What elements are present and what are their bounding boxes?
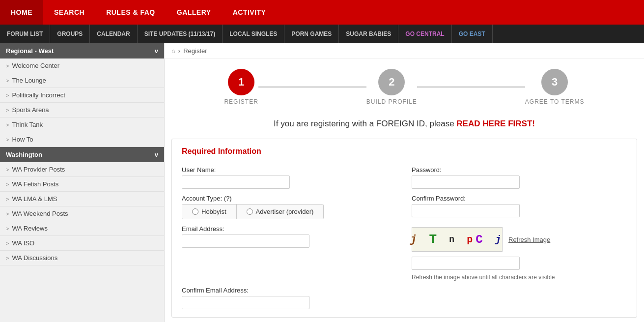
captcha-hint: Refresh the image above until all charac… [412, 274, 627, 281]
sidebar-item-wa-reviews[interactable]: > WA Reviews [0, 221, 164, 236]
confirm-password-label: Confirm Password: [412, 195, 627, 202]
nav-groups[interactable]: GROUPS [50, 25, 90, 43]
sidebar-section-regional-west[interactable]: Regional - West v [0, 43, 164, 59]
wizard-label-1: REGISTER [224, 98, 258, 105]
sidebar-item-wa-fetish-posts[interactable]: > WA Fetish Posts [0, 177, 164, 192]
bullet-icon: > [6, 78, 9, 84]
sidebar-link-how-to[interactable]: How To [12, 136, 33, 143]
confirm-password-input[interactable] [412, 204, 520, 217]
wizard-circle-3: 3 [541, 69, 568, 95]
foreign-notice-link[interactable]: READ HERE FIRST! [456, 119, 535, 128]
wizard-line-2 [417, 86, 525, 88]
bullet-icon: > [6, 226, 9, 232]
sidebar-link-the-lounge[interactable]: The Lounge [12, 77, 46, 84]
captcha-char-n: n [449, 234, 457, 244]
bullet-icon: > [6, 255, 9, 261]
account-type-label: Account Type: (?) [182, 195, 397, 202]
confirm-email-input[interactable] [182, 296, 309, 309]
form-section-title: Required Information [182, 147, 627, 160]
sidebar-item-think-tank[interactable]: > Think Tank [0, 117, 164, 132]
nav-go-central[interactable]: GO CENTRAL [398, 25, 451, 43]
captcha-char-T: T [429, 232, 440, 247]
sidebar-link-sports-arena[interactable]: Sports Arena [12, 106, 49, 114]
password-input[interactable] [412, 176, 520, 189]
nav-porn-games[interactable]: PORN GAMES [284, 25, 339, 43]
wizard-circle-1: 1 [228, 69, 254, 95]
collapse-icon: v [155, 151, 158, 158]
captcha-image: j T n pC j [412, 227, 503, 252]
nav-activity[interactable]: ACTIVITY [222, 0, 277, 25]
captcha-input[interactable] [412, 257, 520, 270]
nav-rules-faq[interactable]: RULES & FAQ [95, 0, 166, 25]
bullet-icon: > [6, 137, 9, 143]
sidebar-link-think-tank[interactable]: Think Tank [12, 121, 43, 128]
bullet-icon: > [6, 122, 9, 128]
bullet-icon: > [6, 211, 9, 217]
username-group: User Name: [182, 166, 397, 189]
captcha-char-j: j [410, 234, 420, 246]
nav-site-updates[interactable]: SITE UPDATES (11/13/17) [138, 25, 223, 43]
sidebar-item-how-to[interactable]: > How To [0, 132, 164, 147]
wizard-line-1 [258, 86, 366, 88]
nav-calendar[interactable]: CALENDAR [90, 25, 137, 43]
advertiser-option[interactable]: Advertiser (provider) [237, 205, 324, 219]
home-icon[interactable]: ⌂ [171, 47, 175, 55]
breadcrumb-separator: › [178, 47, 180, 55]
wizard-step-3: 3 AGREE TO TERMS [525, 69, 585, 105]
bullet-icon: > [6, 92, 9, 98]
nav-sugar-babies[interactable]: SUGAR BABIES [339, 25, 398, 43]
sidebar-item-welcome-center[interactable]: > Welcome Center [0, 59, 164, 73]
captcha-char-C: C [476, 233, 485, 246]
sidebar-link-wa-fetish-posts[interactable]: WA Fetish Posts [12, 180, 58, 188]
nav-forum-list[interactable]: FORUM LIST [0, 25, 50, 43]
sidebar-item-wa-weekend-posts[interactable]: > WA Weekend Posts [0, 206, 164, 221]
sidebar-item-wa-iso[interactable]: > WA ISO [0, 236, 164, 251]
hobbyist-radio[interactable] [192, 208, 198, 215]
captcha-row: j T n pC j Refresh Image [412, 227, 627, 252]
hobbyist-option[interactable]: Hobbyist [182, 205, 237, 219]
nav-go-east[interactable]: GO EAST [452, 25, 493, 43]
account-type-group: Account Type: (?) Hobbyist Advertiser (p… [182, 195, 397, 219]
top-nav: HOME SEARCH RULES & FAQ GALLERY ACTIVITY [0, 0, 644, 25]
sidebar-section-washington[interactable]: Washington v [0, 147, 164, 162]
wizard-bar: 1 REGISTER 2 BUILD PROFILE 3 AGREE TO TE… [165, 59, 644, 110]
nav-search[interactable]: SEARCH [43, 0, 95, 25]
username-input[interactable] [182, 176, 290, 189]
sidebar-item-the-lounge[interactable]: > The Lounge [0, 73, 164, 88]
foreign-notice-text: If you are registering with a FOREIGN ID… [274, 119, 454, 128]
sidebar-link-politically-incorrect[interactable]: Politically Incorrect [12, 91, 65, 99]
email-group: Email Address: [182, 225, 397, 281]
sidebar-item-wa-discussions[interactable]: > WA Discussions [0, 251, 164, 265]
sidebar-item-sports-arena[interactable]: > Sports Arena [0, 103, 164, 117]
sidebar-link-welcome-center[interactable]: Welcome Center [12, 62, 59, 69]
email-input[interactable] [182, 234, 309, 248]
advertiser-radio[interactable] [247, 208, 253, 215]
sidebar-link-wa-weekend-posts[interactable]: WA Weekend Posts [12, 210, 68, 217]
wizard-label-3: AGREE TO TERMS [525, 98, 585, 105]
sidebar-item-wa-lma-lms[interactable]: > WA LMA & LMS [0, 192, 164, 206]
captcha-char-p: p [467, 234, 476, 245]
nav-home[interactable]: HOME [0, 0, 43, 25]
nav-gallery[interactable]: GALLERY [166, 0, 222, 25]
sidebar-link-wa-iso[interactable]: WA ISO [12, 239, 34, 247]
captcha-group: j T n pC j Refresh Image Refresh the ima… [412, 225, 627, 281]
second-nav: FORUM LIST GROUPS CALENDAR SITE UPDATES … [0, 25, 644, 43]
nav-local-singles[interactable]: LOCAL SINGLES [223, 25, 284, 43]
confirm-email-group: Confirm Email Address: [182, 287, 397, 309]
sidebar-link-wa-discussions[interactable]: WA Discussions [12, 254, 57, 262]
sidebar-item-wa-provider-posts[interactable]: > WA Provider Posts [0, 162, 164, 177]
sidebar-link-wa-reviews[interactable]: WA Reviews [12, 225, 47, 232]
captcha-refresh-button[interactable]: Refresh Image [508, 236, 550, 243]
email-label: Email Address: [182, 225, 397, 233]
bullet-icon: > [6, 63, 9, 69]
sidebar-link-wa-provider-posts[interactable]: WA Provider Posts [12, 166, 65, 173]
sidebar-item-politically-incorrect[interactable]: > Politically Incorrect [0, 88, 164, 103]
username-label: User Name: [182, 166, 397, 174]
bullet-icon: > [6, 107, 9, 113]
form-grid: User Name: Password: Account Type: (?) H… [182, 166, 627, 309]
main-layout: Regional - West v > Welcome Center > The… [0, 43, 644, 322]
account-type-options: Hobbyist Advertiser (provider) [182, 204, 324, 219]
breadcrumb-page: Register [183, 47, 207, 55]
sidebar-link-wa-lma-lms[interactable]: WA LMA & LMS [12, 195, 57, 203]
wizard-label-2: BUILD PROFILE [366, 98, 417, 105]
